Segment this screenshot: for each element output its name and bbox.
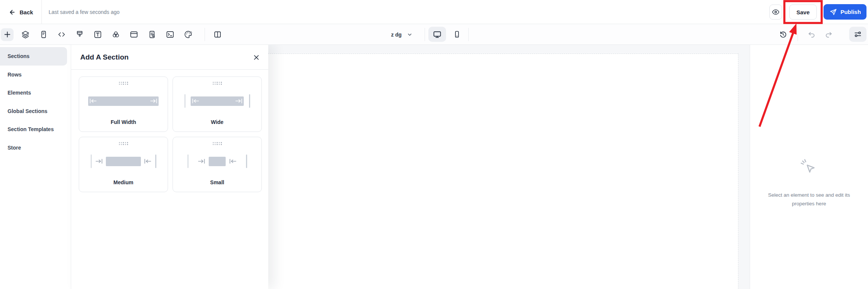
topbar: Back Last saved a few seconds ago Save P… <box>0 0 868 24</box>
section-size-cards: Full Width Wide <box>71 70 268 192</box>
toolbar-divider <box>425 28 425 41</box>
cursor-click-icon <box>799 158 819 177</box>
styles-button[interactable] <box>73 28 86 41</box>
sidebar-item-sections[interactable]: Sections <box>0 47 67 66</box>
redo-button[interactable] <box>822 28 835 41</box>
last-saved-status: Last saved a few seconds ago <box>49 0 119 24</box>
small-diagram-icon <box>173 153 261 170</box>
zoom-dropdown[interactable]: z dg <box>387 24 413 45</box>
section-card-label: Wide <box>173 119 261 125</box>
custom-code-button[interactable] <box>55 28 68 41</box>
split-view-button[interactable] <box>211 28 224 41</box>
header-section-button[interactable] <box>127 28 140 41</box>
add-section-panel: Add A Section Full Width <box>71 45 268 289</box>
panel-header: Add A Section <box>71 45 268 70</box>
properties-panel: Select an element to see and edit its pr… <box>750 45 868 289</box>
section-card-label: Medium <box>79 179 168 185</box>
sliders-icon <box>853 30 862 39</box>
publish-label: Publish <box>840 9 861 15</box>
version-history-button[interactable] <box>776 28 789 41</box>
sidebar-item-elements[interactable]: Elements <box>0 84 71 102</box>
properties-empty-state: Select an element to see and edit its pr… <box>750 158 868 208</box>
drag-handle-dots-icon <box>212 82 222 85</box>
sidebar-item-store[interactable]: Store <box>0 139 71 157</box>
document-search-icon <box>148 30 156 39</box>
add-section-button[interactable] <box>1 28 14 41</box>
console-button[interactable] <box>164 28 176 41</box>
back-label: Back <box>20 9 33 15</box>
history-clock-icon <box>779 30 787 39</box>
toolbar-left-group <box>1 24 194 45</box>
drag-handle-dots-icon <box>119 142 128 145</box>
save-button[interactable]: Save <box>789 5 817 20</box>
sidebar-item-label: Store <box>8 145 21 151</box>
section-card-wide[interactable]: Wide <box>173 76 262 132</box>
builder-sidebar: Sections Rows Elements Global Sections S… <box>0 45 71 289</box>
eye-icon <box>772 8 780 16</box>
close-icon <box>253 54 260 61</box>
preview-button[interactable] <box>769 5 782 20</box>
undo-icon <box>807 30 816 39</box>
arrow-left-icon <box>8 9 15 16</box>
section-card-medium[interactable]: Medium <box>79 137 168 192</box>
mobile-view-button[interactable] <box>450 27 464 42</box>
blend-circles-icon <box>112 30 120 39</box>
theme-button[interactable] <box>182 28 194 41</box>
panel-title: Add A Section <box>80 53 128 61</box>
editor-window: Back Last saved a few seconds ago Save P… <box>0 0 868 289</box>
sidebar-item-global-sections[interactable]: Global Sections <box>0 102 71 121</box>
code-icon <box>57 30 66 39</box>
properties-empty-text: Select an element to see and edit its pr… <box>768 191 850 208</box>
columns-icon <box>213 30 222 39</box>
desktop-icon <box>432 30 442 39</box>
toolbar-divider <box>468 28 469 41</box>
toolbar-divider <box>798 28 798 41</box>
drag-handle-dots-icon <box>119 82 128 85</box>
sidebar-item-section-templates[interactable]: Section Templates <box>0 120 71 139</box>
desktop-view-button[interactable] <box>428 27 446 42</box>
text-icon <box>93 30 102 39</box>
send-icon <box>829 8 837 16</box>
sidebar-item-label: Global Sections <box>8 108 47 114</box>
medium-diagram-icon <box>79 153 168 170</box>
plus-icon <box>3 30 12 39</box>
settings-button[interactable] <box>849 27 866 42</box>
publish-button[interactable]: Publish <box>824 4 866 20</box>
mobile-icon <box>453 30 461 38</box>
wide-diagram-icon <box>173 93 261 109</box>
toolbar: z dg <box>0 24 868 45</box>
layers-button[interactable] <box>19 28 32 41</box>
sidebar-item-label: Sections <box>8 53 29 59</box>
topbar-divider <box>41 0 42 24</box>
full-width-diagram-icon <box>79 93 168 109</box>
section-card-small[interactable]: Small <box>173 137 262 192</box>
sidebar-item-label: Rows <box>8 72 21 78</box>
typography-button[interactable] <box>91 28 104 41</box>
chevron-down-icon <box>407 32 413 37</box>
undo-button[interactable] <box>805 28 818 41</box>
blend-button[interactable] <box>109 28 122 41</box>
zoom-value: z dg <box>391 32 402 38</box>
back-button[interactable]: Back <box>5 0 37 24</box>
toolbar-divider <box>205 28 205 41</box>
paintbrush-icon <box>75 30 84 39</box>
sidebar-item-label: Elements <box>8 90 31 96</box>
page-preview[interactable] <box>268 54 738 289</box>
drag-handle-dots-icon <box>212 142 222 145</box>
close-panel-button[interactable] <box>252 54 260 61</box>
page-content-icon <box>39 30 48 39</box>
browser-window-icon <box>130 30 138 39</box>
sidebar-item-label: Section Templates <box>8 126 54 132</box>
save-label: Save <box>796 9 810 15</box>
section-card-full-width[interactable]: Full Width <box>79 76 168 132</box>
terminal-icon <box>166 30 174 39</box>
palette-icon <box>184 30 193 39</box>
section-card-label: Small <box>173 179 261 185</box>
page-content-button[interactable] <box>37 28 50 41</box>
section-card-label: Full Width <box>79 119 168 125</box>
layers-icon <box>21 30 30 39</box>
redo-icon <box>824 30 833 39</box>
page-audit-button[interactable] <box>145 28 158 41</box>
sidebar-item-rows[interactable]: Rows <box>0 66 71 84</box>
